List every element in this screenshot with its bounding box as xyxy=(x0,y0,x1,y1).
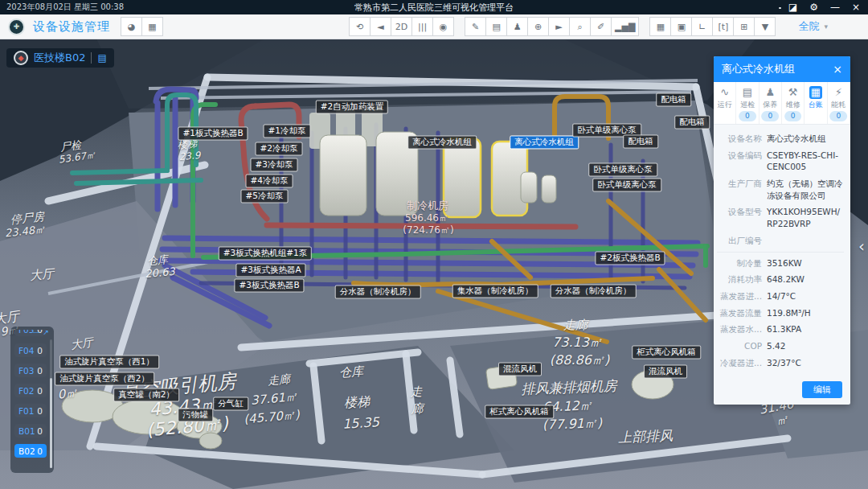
floor-item[interactable]: F02 0 xyxy=(14,384,47,397)
equipment-label[interactable]: 油式旋片真空泵（西1） xyxy=(59,355,159,368)
search-icon[interactable]: ⌕ xyxy=(569,17,591,36)
statistics-icon[interactable]: ▂▅▇ xyxy=(611,17,639,36)
floor-list-icon[interactable]: ▤ xyxy=(97,52,106,64)
equipment-label[interactable]: #3板式换热器A xyxy=(235,263,305,277)
equipment-label[interactable]: 卧式单级离心泵 xyxy=(588,162,657,176)
floor-item[interactable]: B02 0 xyxy=(14,444,47,458)
tab-icon: ∿ xyxy=(719,86,731,99)
tab-label: 运行 xyxy=(718,100,732,110)
floor-item[interactable]: F03 0 xyxy=(14,364,47,377)
main-toolbar: ✚ 设备设施管理 ◕▦ ⟲◄2D|||◉ ✎▤♟⊕►⌕✐▂▅▇ ▦▣∟[t]⊞▼… xyxy=(0,14,868,39)
tab-upkeep[interactable]: ♟ 保养 0 xyxy=(760,82,782,124)
data-table-icon[interactable]: ▦ xyxy=(649,17,671,36)
personnel-icon[interactable]: ♟ xyxy=(506,17,528,36)
equipment-label[interactable]: #2冷却泵 xyxy=(256,142,303,155)
equipment-label[interactable]: 分气缸 xyxy=(213,397,248,410)
field-row: 蒸发器水... 61.3KPA xyxy=(717,323,844,335)
equipment-label[interactable]: 混流风机 xyxy=(498,362,542,376)
platform-title: 常熟市第二人民医院三维可视化管理平台 xyxy=(354,2,514,14)
filter-funnel-icon[interactable]: ▼ xyxy=(754,17,776,36)
field-row: 冷凝器进... 32/37°C xyxy=(717,357,844,369)
floor-slice-icon[interactable]: ||| xyxy=(411,17,433,36)
visibility-eye-icon[interactable]: ◉ xyxy=(432,17,454,36)
pipeline-icon[interactable]: ∟ xyxy=(691,17,713,36)
pie-chart-icon[interactable]: ◕ xyxy=(121,17,142,36)
equipment-label[interactable]: 混流风机 xyxy=(644,364,687,378)
compass-icon: ◆ xyxy=(14,51,28,65)
equipment-label[interactable]: #1板式换热器B xyxy=(178,126,248,140)
measure-pen-icon[interactable]: ✎ xyxy=(465,17,486,36)
tab-ledger[interactable]: ▦ 台账 xyxy=(805,82,827,124)
minimize-icon[interactable]: — xyxy=(830,2,840,12)
mode-2d-icon[interactable]: 2D xyxy=(391,17,412,36)
equipment-label[interactable]: #2自动加药装置 xyxy=(316,100,388,113)
equipment-label[interactable]: #4冷却泵 xyxy=(246,174,293,187)
translate-mark-icon[interactable]: [t] xyxy=(712,17,734,36)
equipment-label[interactable]: #1冷却泵 xyxy=(264,124,311,138)
equipment-label[interactable]: 真空罐（南2） xyxy=(113,388,179,401)
close-window-icon[interactable]: × xyxy=(852,2,860,12)
equipment-label[interactable]: 分水器（制冷机房） xyxy=(551,284,637,298)
monitor-box-icon[interactable]: ▣ xyxy=(670,17,692,36)
equipment-label[interactable]: 配电箱 xyxy=(656,92,691,106)
app-window: 尸检53.67㎡楼梯23.9停尸房23.48㎡仓库20.63大厅大厅9㎡大厅0㎡… xyxy=(0,0,868,489)
equipment-label[interactable]: 污物罐 xyxy=(178,408,213,421)
floor-item[interactable]: F04 0 xyxy=(14,343,47,357)
scope-selector[interactable]: 全院 xyxy=(798,19,819,34)
equipment-label[interactable]: 柜式离心风机箱 xyxy=(632,345,701,359)
field-row: 生产厂商 约克（无锡）空调冷冻设备有限公司 xyxy=(717,178,844,201)
equipment-label[interactable]: #3板式换热机组#1泵 xyxy=(219,246,312,260)
scene-tools-group: ✎▤♟⊕►⌕✐▂▅▇ xyxy=(465,17,639,36)
equipment-label[interactable]: #3板式换热器B xyxy=(234,278,304,292)
field-row: 蒸发器进... 14/7°C xyxy=(717,290,844,302)
equipment-label[interactable]: 离心式冷水机组 xyxy=(510,135,579,149)
tab-inspection[interactable]: ▤ 巡检 0 xyxy=(736,82,759,124)
cctv-camera-icon[interactable]: ► xyxy=(548,17,570,36)
annotate-edit-icon[interactable]: ✐ xyxy=(590,17,612,36)
panel-collapse-icon[interactable]: ‹ xyxy=(858,236,865,256)
floor-item[interactable]: F01 0 xyxy=(14,404,47,417)
screenshot-panel-icon[interactable]: ◪ xyxy=(788,2,797,12)
maintenance-calendar-icon[interactable]: ⊞ xyxy=(733,17,755,36)
equipment-label[interactable]: 离心式冷水机组 xyxy=(407,135,477,149)
tab-repair[interactable]: ⚒ 维修 0 xyxy=(782,82,805,124)
tab-badge: 0 xyxy=(784,111,802,121)
expand-panel-icon[interactable]: ↗ xyxy=(43,328,49,336)
field-row: 蒸发器流量 119.8M³/H xyxy=(717,307,844,319)
view-tools-group: ⟲◄2D|||◉ xyxy=(350,17,454,36)
rotate-reset-icon[interactable]: ⟲ xyxy=(349,17,371,36)
equipment-label[interactable]: 配电箱 xyxy=(623,134,658,148)
equipment-label[interactable]: 油式旋片真空泵（西2） xyxy=(55,372,154,385)
building-label: 医技楼B02 xyxy=(34,51,85,65)
network-globe-icon[interactable]: ⊕ xyxy=(527,17,549,36)
equipment-label[interactable]: #3冷却泵 xyxy=(251,158,298,171)
equipment-label[interactable]: 配电箱 xyxy=(674,115,710,129)
floor-scrollbar[interactable] xyxy=(50,339,52,468)
select-back-icon[interactable]: ◄ xyxy=(370,17,391,36)
settings-gear-icon[interactable]: ⚙ xyxy=(809,2,818,12)
app-grid-icon[interactable]: ▦ xyxy=(141,17,163,36)
panel-tabs: ∿ 运行 ▤ 巡检 0 ♟ 保养 0 ⚒ 维修 xyxy=(714,82,850,125)
equipment-label[interactable]: 分水器（制冷机房） xyxy=(335,285,421,298)
equipment-label[interactable]: #2板式换热器B xyxy=(595,251,665,265)
id-card-icon[interactable]: ▤ xyxy=(485,17,507,36)
equipment-label[interactable]: 柜式离心风机箱 xyxy=(485,405,554,418)
tab-run[interactable]: ∿ 运行 xyxy=(714,82,736,124)
chevron-down-icon[interactable]: ▾ xyxy=(824,23,828,31)
tab-label: 能耗 xyxy=(831,100,845,110)
tab-energy[interactable]: ⚡ 能耗 0 xyxy=(828,82,850,124)
tab-badge: 0 xyxy=(761,111,779,121)
minimize-panel-icon[interactable]: — xyxy=(32,328,39,336)
equipment-label[interactable]: #5冷却泵 xyxy=(241,189,289,203)
floor-item[interactable]: B01 0 xyxy=(14,424,47,438)
equipment-label[interactable]: 集水器（制冷机房） xyxy=(452,284,538,298)
building-selector-button[interactable]: ◆ 医技楼B02 ▤ xyxy=(6,48,114,68)
tab-icon: ♟ xyxy=(764,86,776,99)
equipment-label[interactable]: 卧式单级离心泵 xyxy=(592,178,661,191)
close-icon[interactable]: × xyxy=(833,63,842,76)
tab-badge: 0 xyxy=(739,111,756,121)
tab-label: 维修 xyxy=(786,100,800,110)
tab-label: 保养 xyxy=(763,100,777,110)
tab-badge: 0 xyxy=(829,111,847,121)
edit-button[interactable]: 编辑 xyxy=(802,381,842,398)
